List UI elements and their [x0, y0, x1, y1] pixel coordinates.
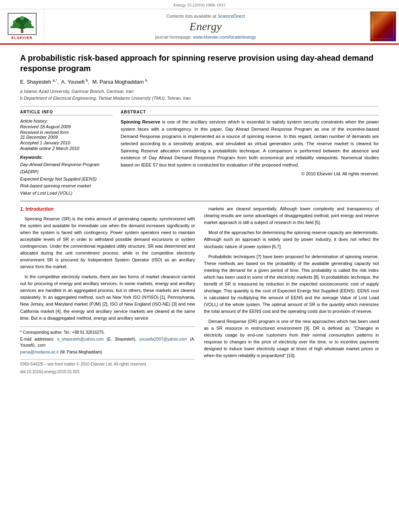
email-3-line: parsa@modarea.ac.ir (M. Parsa Moghaddam) [20, 349, 195, 355]
right-para-1: markets are cleared sequentially. Althou… [204, 205, 379, 226]
affiliations: a Islamic Azad University, Garmsar Branc… [20, 88, 379, 101]
sciencedirect-link[interactable]: ScienceDirect [218, 14, 245, 18]
authors: E. Shayesteh a,*, A. Yousefi b, M. Parsa… [20, 78, 379, 85]
elsevier-logo: ELSEVIER [8, 13, 37, 40]
abstract-body: is one of the ancillary services which i… [121, 119, 379, 167]
received-date: Received 18 August 2009 [20, 124, 113, 129]
journal-homepage: journal homepage: www.elsevier.com/locat… [155, 35, 256, 39]
article-content: A probabilistic risk-based approach for … [0, 45, 399, 383]
right-para-4: Demand Response (DR) program is one of t… [204, 318, 379, 359]
author-a-yousefi: A. Yousefi b, [61, 79, 91, 85]
email-2-com: .com [37, 343, 45, 347]
available-date: Available online 2 March 2010 [20, 146, 113, 151]
issn-line: 0360-5442/$ – see front matter © 2010 El… [20, 361, 147, 368]
email-2[interactable]: yousefia2007@yahoo.com [139, 337, 187, 341]
author-m-parsa: M. Parsa Moghaddam b [92, 79, 147, 85]
journal-citation: Energy 35 (2010) 1908–1915 [173, 2, 226, 7]
body-right-col: markets are cleared sequentially. Althou… [204, 205, 379, 375]
copyright: © 2010 Elsevier Ltd. All rights reserved… [121, 171, 379, 176]
email-3-author: (M. Parsa Moghaddam) [60, 350, 102, 354]
keywords-label: Keywords: [20, 155, 113, 160]
email-1-author: (E. Shayesteh), [107, 337, 136, 341]
page-footer: 0360-5442/$ – see front matter © 2010 El… [20, 359, 195, 369]
abstract-label: ABSTRACT [121, 110, 379, 115]
homepage-label: journal homepage: [155, 35, 192, 39]
abstract-first-word: Spinning Reserve [121, 119, 160, 124]
doi-text: doi:10.1016/j.energy.2010.01.001 [20, 370, 80, 374]
intro-para-2: In the competitive electricity markets, … [20, 273, 195, 321]
keyword-3: Risk-based spinning reserve market [20, 183, 113, 190]
keywords-section: Keywords: Day-Ahead Demand Response Prog… [20, 155, 113, 197]
journal-center: Contents lists available at ScienceDirec… [44, 9, 367, 43]
email-1[interactable]: e_shayesteh@yahoo.com [57, 337, 104, 341]
accepted-date: Accepted 1 January 2010 [20, 140, 113, 145]
affiliation-a: a Islamic Azad University, Garmsar Branc… [20, 88, 379, 95]
svg-point-6 [28, 21, 31, 24]
divider-1 [20, 106, 379, 107]
article-history: Article history: Received 18 August 2009… [20, 119, 113, 151]
right-para-2: Most of the approaches for determining t… [204, 229, 379, 250]
journal-title: Energy [189, 20, 222, 33]
body-divider [20, 201, 379, 201]
affiliation-b: b Department of Electrical Engineering, … [20, 95, 379, 102]
body-left-col: 1. Introduction Spinning Reserve (SR) is… [20, 205, 195, 375]
intro-para-1: Spinning Reserve (SR) is the extra amoun… [20, 216, 195, 270]
keyword-1: Day-Ahead Demand Response Program (DADRP… [20, 161, 113, 175]
elsevier-logo-area: ELSEVIER [0, 9, 44, 43]
info-abstract-cols: ARTICLE INFO Article history: Received 1… [20, 110, 379, 197]
svg-point-5 [13, 21, 16, 24]
author-e-shayesteh: E. Shayesteh a,*, [20, 79, 60, 85]
svg-point-7 [20, 16, 24, 20]
journal-thumbnail [370, 11, 396, 41]
keyword-2: Expected Energy Not Supplied (EENS) [20, 176, 113, 183]
abstract-text: Spinning Reserve is one of the ancillary… [121, 119, 379, 169]
article-info-label: ARTICLE INFO [20, 110, 113, 115]
email-footnote: E-mail addresses: e_shayesteh@yahoo.com … [20, 336, 195, 348]
corresponding-footnote: * Corresponding author. Tel.: +98 91 328… [20, 329, 195, 335]
contents-label: Contents lists available at [166, 14, 216, 18]
email-label: E-mail addresses: [20, 337, 54, 341]
footnote-area: * Corresponding author. Tel.: +98 91 328… [20, 327, 195, 355]
revised-date: Received in revised form 31 December 200… [20, 130, 113, 140]
keywords-list: Day-Ahead Demand Response Program (DADRP… [20, 161, 113, 197]
abstract-col: ABSTRACT Spinning Reserve is one of the … [121, 110, 379, 197]
sciencedirect-line: Contents lists available at ScienceDirec… [166, 14, 245, 18]
email-3[interactable]: parsa@modarea.ac.ir [20, 350, 59, 354]
elsevier-text-label: ELSEVIER [11, 36, 33, 40]
journal-header: ELSEVIER Contents lists available at Sci… [0, 9, 399, 45]
top-bar: Energy 35 (2010) 1908–1915 [0, 0, 399, 9]
body-two-col: 1. Introduction Spinning Reserve (SR) is… [20, 205, 379, 375]
article-title: A probabilistic risk-based approach for … [20, 53, 379, 74]
elsevier-tree-svg [8, 14, 36, 34]
homepage-url[interactable]: www.elsevier.com/locate/energy [193, 35, 256, 39]
doi-line: doi:10.1016/j.energy.2010.01.001 [20, 369, 195, 375]
article-info-col: ARTICLE INFO Article history: Received 1… [20, 110, 113, 197]
history-label: Article history: [20, 119, 113, 123]
keyword-4: Value of Lost Load (VOLL) [20, 190, 113, 197]
journal-thumbnail-area [367, 9, 399, 43]
logo-image-box [8, 13, 37, 35]
page: Energy 35 (2010) 1908–1915 [0, 0, 399, 532]
right-para-3: Probabilistic techniques [7] have been p… [204, 253, 379, 315]
intro-heading: 1. Introduction [20, 205, 195, 213]
